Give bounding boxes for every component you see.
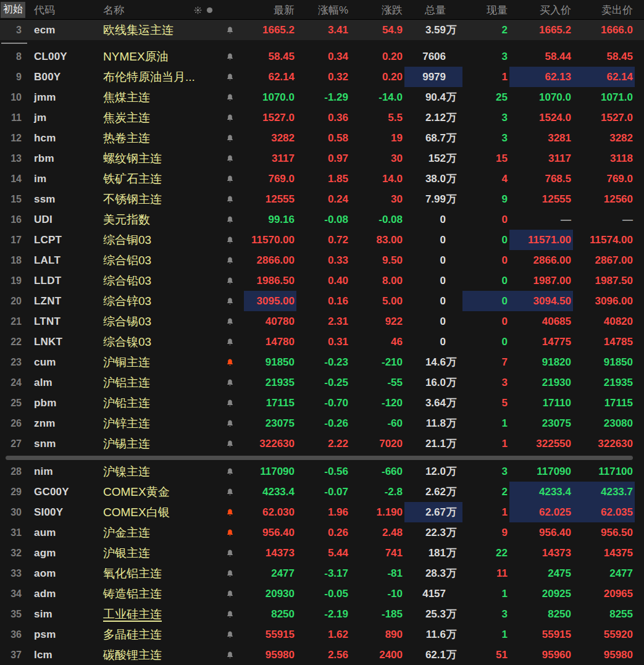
- instrument-name: 综合锡03: [99, 314, 216, 330]
- alert-bell-icon[interactable]: [216, 25, 244, 35]
- table-row[interactable]: 18 LALT 综合铝03 2866.00 0.33 9.50 0 0 2866…: [0, 250, 644, 270]
- instrument-name: 沪铝主连: [99, 375, 216, 391]
- alert-bell-icon[interactable]: [216, 194, 244, 204]
- instrument-name: 氧化铝主连: [99, 566, 216, 582]
- total-volume: 62.1万: [404, 645, 462, 665]
- header-last[interactable]: 最新: [244, 2, 296, 17]
- current-volume: 0: [462, 209, 509, 230]
- table-row[interactable]: 16 UDI 美元指数 99.16 -0.08 -0.08 0 0 — —: [0, 209, 644, 230]
- alert-bell-icon[interactable]: [216, 378, 244, 388]
- total-volume: 2.12万: [404, 107, 462, 128]
- change-value: 46: [350, 332, 404, 352]
- header-pct[interactable]: 涨幅%: [296, 2, 350, 17]
- header-vol[interactable]: 总量: [404, 2, 462, 17]
- header-ask[interactable]: 卖出价: [573, 2, 635, 17]
- alert-bell-icon[interactable]: [216, 113, 244, 123]
- alert-bell-icon[interactable]: [216, 508, 244, 517]
- alert-bell-icon[interactable]: [216, 72, 244, 82]
- table-row[interactable]: 35 sim 工业硅主连 8250 -2.19 -185 25.3万 3 825…: [0, 604, 644, 624]
- last-price: 91850: [244, 352, 296, 372]
- alert-bell-icon[interactable]: [216, 548, 244, 558]
- table-row[interactable]: 8 CL00Y NYMEX原油 58.45 0.34 0.20 7606 3 5…: [0, 46, 644, 67]
- total-volume: 7606: [404, 46, 462, 67]
- ask-price: 956.50: [573, 522, 635, 543]
- header-code[interactable]: 代码: [26, 2, 99, 17]
- table-row[interactable]: 30 SI00Y COMEX白银 62.030 1.96 1.190 2.67万…: [0, 502, 644, 522]
- table-row[interactable]: 11 jm 焦炭主连 1527.0 0.36 5.5 2.12万 3 1524.…: [0, 107, 644, 128]
- alert-bell-icon[interactable]: [216, 439, 244, 449]
- table-row[interactable]: 32 agm 沪银主连 14373 5.44 741 181万 22 14373…: [0, 543, 644, 563]
- alert-bell-icon[interactable]: [216, 358, 244, 367]
- alert-bell-icon[interactable]: [216, 215, 244, 225]
- table-row[interactable]: 26 znm 沪锌主连 23075 -0.26 -60 11.8万 1 2307…: [0, 413, 644, 433]
- change-value: 1.190: [350, 502, 404, 522]
- table-row[interactable]: 9 B00Y 布伦特原油当月... 62.14 0.32 0.20 9979 1…: [0, 67, 644, 87]
- header-bid[interactable]: 买入价: [509, 2, 573, 17]
- table-row[interactable]: 28 nim 沪镍主连 117090 -0.56 -660 12.0万 3 11…: [0, 461, 644, 482]
- table-row[interactable]: 17 LCPT 综合铜03 11570.00 0.72 83.00 0 0 11…: [0, 230, 644, 250]
- table-row[interactable]: 22 LNKT 综合镍03 14780 0.31 46 0 0 14775 14…: [0, 332, 644, 352]
- alert-bell-icon[interactable]: [216, 133, 244, 143]
- bid-price: 2866.00: [509, 250, 573, 270]
- alert-bell-icon[interactable]: [216, 174, 244, 184]
- header-chg[interactable]: 涨跌: [350, 2, 404, 17]
- alert-bell-icon[interactable]: [216, 235, 244, 245]
- instrument-name: 欧线集运主连: [99, 22, 216, 38]
- alert-bell-icon[interactable]: [216, 630, 244, 640]
- instrument-code: psm: [26, 629, 99, 641]
- instrument-code: SI00Y: [26, 506, 99, 519]
- table-row[interactable]: 19 LLDT 综合铅03 1986.50 0.40 8.00 0 0 1987…: [0, 270, 644, 291]
- last-price: 55915: [244, 624, 296, 645]
- instrument-name: 综合铜03: [99, 232, 216, 248]
- table-row[interactable]: 21 LTNT 综合锡03 40780 2.31 922 0 0 40685 4…: [0, 311, 644, 332]
- table-row[interactable]: 10 jmm 焦煤主连 1070.0 -1.29 -14.0 90.4万 25 …: [0, 87, 644, 107]
- alert-bell-icon[interactable]: [216, 528, 244, 538]
- last-price: 769.0: [244, 169, 296, 189]
- table-row[interactable]: 20 LZNT 综合锌03 3095.00 0.16 5.00 0 0 3094…: [0, 291, 644, 311]
- table-row[interactable]: 3 ecm 欧线集运主连 1665.2 3.41 54.9 3.59万 2 16…: [0, 20, 644, 40]
- table-row[interactable]: 27 snm 沪锡主连 322630 2.22 7020 21.1万 1 322…: [0, 433, 644, 454]
- table-row[interactable]: 13 rbm 螺纹钢主连 3117 0.97 30 152万 15 3117 3…: [0, 148, 644, 169]
- last-price: 40780: [244, 311, 296, 332]
- splitter-bar[interactable]: [6, 456, 633, 460]
- bid-price: —: [509, 209, 573, 230]
- alert-bell-icon[interactable]: [216, 52, 244, 62]
- table-row[interactable]: 31 aum 沪金主连 956.40 0.26 2.48 22.3万 9 956…: [0, 522, 644, 543]
- alert-bell-icon[interactable]: [216, 398, 244, 408]
- alert-bell-icon[interactable]: [216, 154, 244, 164]
- table-row[interactable]: 29 GC00Y COMEX黄金 4233.4 -0.07 -2.8 2.62万…: [0, 482, 644, 502]
- alert-bell-icon[interactable]: [216, 337, 244, 347]
- alert-bell-icon[interactable]: [216, 467, 244, 477]
- header-name[interactable]: 名称: [99, 2, 216, 17]
- alert-bell-icon[interactable]: [216, 419, 244, 429]
- table-row[interactable]: 25 pbm 沪铅主连 17115 -0.70 -120 3.64万 5 171…: [0, 393, 644, 413]
- instrument-code: agm: [26, 547, 99, 559]
- alert-bell-icon[interactable]: [216, 650, 244, 660]
- table-row[interactable]: 36 psm 多晶硅主连 55915 1.62 890 11.6万 1 5591…: [0, 624, 644, 645]
- alert-bell-icon[interactable]: [216, 296, 244, 306]
- table-row[interactable]: 15 ssm 不锈钢主连 12555 0.24 30 7.99万 9 12555…: [0, 189, 644, 209]
- alert-bell-icon[interactable]: [216, 276, 244, 286]
- alert-bell-icon[interactable]: [216, 589, 244, 599]
- change-percent: -0.56: [296, 461, 350, 482]
- alert-bell-icon[interactable]: [216, 487, 244, 497]
- table-row[interactable]: 24 alm 沪铝主连 21935 -0.25 -55 16.0万 3 2193…: [0, 372, 644, 393]
- total-volume: 28.3万: [404, 563, 462, 583]
- table-row[interactable]: 34 adm 铸造铝主连 20930 -0.05 -10 4157 1 2092…: [0, 583, 644, 604]
- table-row[interactable]: 14 im 铁矿石主连 769.0 1.85 14.0 38.0万 4 768.…: [0, 169, 644, 189]
- bid-price: 3094.50: [509, 291, 573, 311]
- table-row[interactable]: 12 hcm 热卷主连 3282 0.58 19 68.7万 3 3281 32…: [0, 128, 644, 148]
- header-cur[interactable]: 现量: [462, 2, 509, 17]
- bid-price: 322550: [509, 433, 573, 454]
- initial-sort-button[interactable]: 初始: [1, 2, 25, 18]
- alert-bell-icon[interactable]: [216, 317, 244, 327]
- table-row[interactable]: 23 cum 沪铜主连 91850 -0.23 -210 14.6万 7 918…: [0, 352, 644, 372]
- alert-bell-icon[interactable]: [216, 569, 244, 579]
- alert-bell-icon[interactable]: [216, 93, 244, 102]
- splitter-divider[interactable]: [0, 454, 644, 461]
- alert-bell-icon[interactable]: [216, 609, 244, 619]
- table-row[interactable]: 37 lcm 碳酸锂主连 95980 2.56 2400 62.1万 51 95…: [0, 645, 644, 665]
- table-row[interactable]: 33 aom 氧化铝主连 2477 -3.17 -81 28.3万 11 247…: [0, 563, 644, 583]
- header-alert-icons: [194, 6, 216, 14]
- alert-bell-icon[interactable]: [216, 256, 244, 266]
